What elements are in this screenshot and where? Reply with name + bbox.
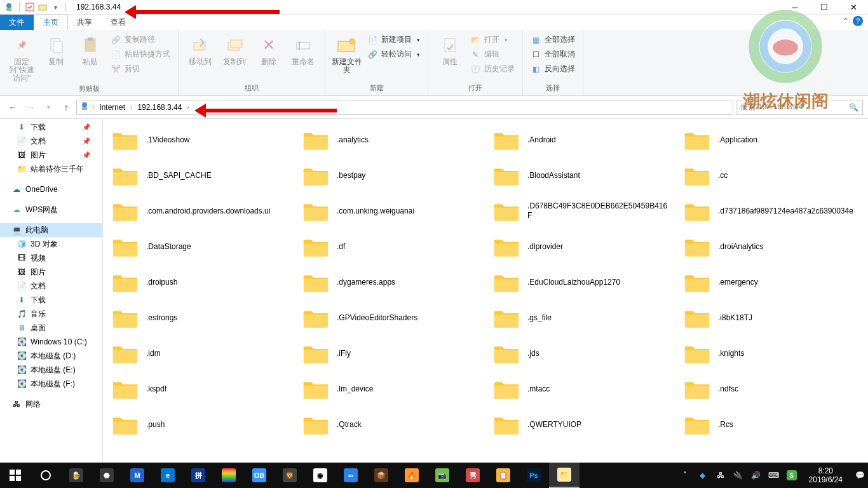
- folder-item[interactable]: .ndfsc: [682, 373, 860, 405]
- tray-ime-icon[interactable]: ⌨: [768, 470, 780, 481]
- taskbar-app[interactable]: 秀: [458, 463, 488, 488]
- folder-item[interactable]: .EduCloudLaizhouApp1270: [492, 266, 670, 298]
- folder-item[interactable]: .knights: [682, 337, 860, 369]
- folder-item[interactable]: .1Videoshow: [111, 124, 288, 156]
- minimize-button[interactable]: ─: [780, 0, 810, 15]
- folder-item[interactable]: .kspdf: [111, 373, 288, 405]
- nav-onedrive[interactable]: ☁OneDrive: [0, 182, 102, 196]
- taskbar-photoshop[interactable]: Ps: [519, 463, 549, 488]
- tab-file[interactable]: 文件: [0, 15, 34, 30]
- tab-home[interactable]: 主页: [34, 15, 68, 30]
- folder-item[interactable]: .GPVideoEditorShaders: [301, 302, 479, 334]
- nav-drive-d[interactable]: 💽本地磁盘 (D:): [0, 349, 102, 363]
- taskbar-chrome[interactable]: ◉: [305, 463, 336, 488]
- chevron-right-icon[interactable]: ›: [92, 104, 94, 111]
- chevron-right-icon[interactable]: ›: [187, 104, 189, 111]
- paste-button[interactable]: 粘贴: [74, 32, 107, 66]
- folder-item[interactable]: .push: [111, 409, 288, 440]
- forward-button[interactable]: →: [23, 100, 38, 115]
- edit-button[interactable]: ✎编辑: [468, 48, 517, 60]
- pin-quick-access-button[interactable]: 📌固定到"快速访问": [5, 32, 38, 83]
- up-button[interactable]: ↑: [58, 100, 74, 115]
- breadcrumb-internet[interactable]: Internet: [97, 103, 128, 112]
- easy-access-button[interactable]: 🔗轻松访问▾: [365, 48, 423, 60]
- nav-pictures[interactable]: 🖼图片📌: [0, 148, 102, 162]
- tray-sogou-icon[interactable]: S: [786, 470, 797, 481]
- nav-documents-2[interactable]: 📄文档: [0, 279, 102, 293]
- folder-item[interactable]: .df: [301, 231, 479, 262]
- folder-item[interactable]: .Rcs: [682, 409, 860, 440]
- taskbar-app[interactable]: 🦁: [275, 463, 305, 488]
- nav-music[interactable]: 🎵音乐: [0, 307, 102, 321]
- folder-item[interactable]: .QWERTYUIOP: [492, 409, 670, 440]
- nav-documents[interactable]: 📄文档📌: [0, 134, 102, 148]
- move-to-button[interactable]: 移动到: [184, 32, 217, 66]
- start-button[interactable]: [0, 463, 31, 488]
- tray-app-icon[interactable]: ◆: [697, 470, 709, 481]
- taskbar-app[interactable]: OB: [244, 463, 275, 488]
- taskbar-app[interactable]: 🔥: [397, 463, 427, 488]
- folder-item[interactable]: .BD_SAPI_CACHE: [111, 159, 288, 191]
- folder-item[interactable]: .droipush: [111, 266, 288, 298]
- qat-properties-icon[interactable]: [25, 2, 35, 12]
- nav-custom-folder[interactable]: 📁站着待你三千年: [0, 162, 102, 176]
- new-item-button[interactable]: 📄新建项目▾: [365, 34, 423, 46]
- notifications-icon[interactable]: 💬: [854, 470, 865, 481]
- folder-item[interactable]: .i8bK18TJ: [682, 302, 860, 334]
- properties-button[interactable]: 属性: [433, 32, 466, 66]
- paste-shortcut-button[interactable]: 📄粘贴快捷方式: [108, 48, 173, 60]
- tray-battery-icon[interactable]: 🔌: [733, 470, 744, 481]
- taskbar-app[interactable]: ⬣: [92, 463, 122, 488]
- rename-button[interactable]: 重命名: [287, 32, 320, 66]
- nav-pictures-2[interactable]: 🖼图片: [0, 265, 102, 279]
- file-list[interactable]: .1Videoshow.analytics.Android.Applicatio…: [103, 119, 868, 471]
- tray-overflow-icon[interactable]: ˄: [679, 470, 691, 481]
- folder-item[interactable]: .com.android.providers.downloads.ui: [111, 195, 288, 227]
- tab-view[interactable]: 查看: [102, 15, 135, 30]
- copy-path-button[interactable]: 🔗复制路径: [108, 34, 173, 46]
- qat-new-folder-icon[interactable]: [37, 2, 48, 12]
- tray-volume-icon[interactable]: 🔊: [750, 470, 762, 481]
- invert-selection-button[interactable]: ◧反向选择: [528, 63, 578, 75]
- cut-button[interactable]: ✂️剪切: [108, 63, 173, 75]
- nav-network[interactable]: 🖧网络: [0, 397, 102, 411]
- folder-item[interactable]: .analytics: [301, 124, 479, 156]
- nav-videos[interactable]: 🎞视频: [0, 251, 102, 265]
- folder-item[interactable]: .cc: [682, 159, 860, 191]
- close-button[interactable]: ✕: [839, 0, 868, 15]
- nav-downloads[interactable]: ⬇下载📌: [0, 120, 102, 134]
- folder-item[interactable]: .DataStorage: [111, 231, 288, 262]
- nav-this-pc[interactable]: 💻此电脑: [0, 223, 102, 237]
- breadcrumb-current[interactable]: 192.168.3.44: [135, 103, 184, 112]
- cortana-button[interactable]: [31, 463, 61, 488]
- folder-item[interactable]: .idm: [111, 337, 288, 369]
- tray-network-icon[interactable]: 🖧: [715, 470, 726, 481]
- delete-button[interactable]: ✕删除: [252, 32, 285, 66]
- help-icon[interactable]: ?: [853, 16, 863, 26]
- folder-item[interactable]: .bestpay: [301, 159, 479, 191]
- folder-item[interactable]: .BloodAssistant: [492, 159, 670, 191]
- taskbar-app[interactable]: M: [122, 463, 153, 488]
- select-none-button[interactable]: ☐全部取消: [528, 48, 578, 60]
- search-input[interactable]: 搜索"192.168.3.44" 🔍: [736, 100, 863, 115]
- taskbar-app[interactable]: 📦: [366, 463, 397, 488]
- copy-button[interactable]: 复制: [39, 32, 72, 66]
- folder-item[interactable]: .d737186af9897124ea487a2c6390034e: [682, 195, 860, 227]
- taskbar-app[interactable]: 📋: [488, 463, 519, 488]
- chevron-right-icon[interactable]: ›: [130, 104, 132, 111]
- folder-item[interactable]: .mtacc: [492, 373, 670, 405]
- copy-to-button[interactable]: 复制到: [218, 32, 251, 66]
- folder-item[interactable]: .com.unking.weiguanai: [301, 195, 479, 227]
- qat-dropdown-icon[interactable]: ▾: [50, 2, 60, 12]
- nav-downloads-2[interactable]: ⬇下载: [0, 293, 102, 307]
- ribbon-collapse-icon[interactable]: ⌃: [843, 17, 849, 25]
- taskbar-app[interactable]: 📷: [427, 463, 458, 488]
- navigation-pane[interactable]: ⬇下载📌 📄文档📌 🖼图片📌 📁站着待你三千年 ☁OneDrive ☁WPS网盘…: [0, 119, 103, 471]
- history-button[interactable]: 🕘历史记录: [468, 63, 517, 75]
- nav-wps[interactable]: ☁WPS网盘: [0, 203, 102, 217]
- folder-item[interactable]: .iFly: [301, 337, 479, 369]
- folder-item[interactable]: .dlprovider: [492, 231, 670, 262]
- tab-share[interactable]: 共享: [68, 15, 102, 30]
- taskbar-explorer[interactable]: 📁: [549, 463, 580, 488]
- folder-item[interactable]: .gs_file: [492, 302, 670, 334]
